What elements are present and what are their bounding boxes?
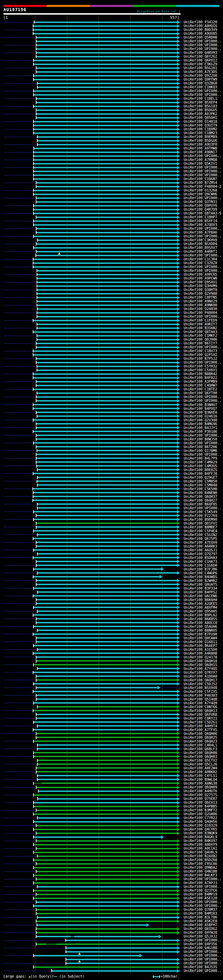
hit-bar[interactable] (36, 584, 177, 585)
hit-label[interactable]: UniRef100_B6KB55 (184, 617, 217, 621)
hit-label[interactable]: UniRef100_Q6QH06 (184, 732, 217, 736)
hit-label[interactable]: UniRef100_Q6QH03 (184, 755, 217, 759)
hit-bar[interactable] (36, 825, 177, 826)
hit-label[interactable]: UniRef100_C1FED9 (184, 318, 217, 322)
hit-label[interactable]: UniRef100_C5X6V1 (184, 368, 217, 372)
hit-bar[interactable] (36, 381, 177, 382)
hit-label[interactable]: UniRef100_Q5RDH8 (184, 35, 217, 39)
hit-label[interactable]: UniRef100_A4RRT1 (184, 250, 217, 253)
hit-bar[interactable] (36, 522, 177, 524)
hit-bar[interactable] (36, 243, 177, 245)
hit-label[interactable]: UniRef100_A9NX29 (184, 299, 217, 303)
hit-bar[interactable] (37, 572, 177, 574)
hit-label[interactable]: UniRef100_B8MBE7 (184, 525, 217, 529)
hit-label[interactable]: UniRef100_B3S6N2 (184, 326, 217, 330)
hit-bar[interactable] (36, 863, 177, 865)
hit-label[interactable]: UniRef100_B5DZ68 (184, 858, 217, 862)
hit-label[interactable]: UniRef100_Q5I4Q8 (184, 697, 217, 701)
hit-label[interactable]: UniRef100_C1BM23 (184, 131, 217, 135)
hit-bar[interactable] (36, 894, 177, 895)
hit-label[interactable]: UniRef100_C1BHP7 (184, 215, 217, 219)
hit-bar[interactable] (33, 350, 177, 352)
hit-label[interactable]: UniRef100_C0NT66 (184, 705, 217, 709)
hit-label[interactable]: UniRef100_C1BU73 (184, 349, 217, 353)
hit-bar[interactable] (34, 875, 177, 876)
hit-bar[interactable] (36, 660, 177, 662)
hit-bar[interactable] (37, 282, 177, 283)
hit-label[interactable]: UniRef100_B5DGU5 (184, 108, 217, 112)
hit-bar[interactable] (37, 297, 177, 298)
hit-bar[interactable] (37, 240, 177, 241)
hit-bar[interactable] (39, 791, 177, 792)
hit-bar[interactable] (66, 959, 177, 960)
hit-bar[interactable] (37, 335, 177, 337)
hit-label[interactable]: UniRef100_B7ZMS4 (184, 181, 217, 185)
hit-bar[interactable] (36, 737, 177, 738)
hit-bar[interactable] (37, 339, 177, 340)
hit-label[interactable]: UniRef100_A8HQI6 (184, 24, 217, 28)
hit-bar[interactable] (33, 408, 177, 409)
hit-bar[interactable] (34, 607, 177, 608)
hit-bar[interactable] (33, 652, 177, 654)
hit-label[interactable]: UniRef100_P48004 (184, 311, 217, 315)
hit-label[interactable]: UniRef100_A1C5D0 (184, 648, 217, 651)
hit-bar[interactable] (36, 412, 177, 413)
hit-label[interactable]: UniRef100_A6RRK3 (184, 544, 217, 548)
hit-label[interactable]: UniRef100_C1BKQ3 (184, 85, 217, 89)
hit-bar[interactable] (36, 423, 177, 425)
hit-bar[interactable] (36, 932, 177, 934)
hit-bar[interactable] (34, 740, 177, 742)
hit-label[interactable]: UniRef100_Q24178 (184, 655, 217, 659)
hit-bar[interactable] (33, 729, 177, 730)
hit-bar[interactable] (36, 848, 177, 849)
hit-bar[interactable] (33, 473, 177, 474)
hit-bar[interactable] (33, 33, 177, 34)
hit-label[interactable]: UniRef100_P48004-2 (184, 185, 221, 188)
hit-label[interactable]: UniRef100_C3KHV0 (184, 238, 217, 242)
hit-bar[interactable] (36, 52, 177, 54)
hit-bar[interactable] (34, 209, 177, 210)
hit-bar[interactable] (34, 683, 177, 684)
hit-label[interactable]: UniRef100_B7FU90 (184, 632, 217, 636)
hit-label[interactable]: UniRef100_UPI000.. (184, 969, 221, 973)
hit-bar[interactable] (34, 587, 177, 589)
hit-label[interactable]: UniRef100_B4PPS2 (184, 590, 217, 594)
hit-bar[interactable] (34, 121, 177, 123)
hit-label[interactable]: UniRef100_C1MKF2 (184, 334, 217, 337)
hit-label[interactable]: UniRef100_Q4CYK5 (184, 827, 217, 831)
hit-bar[interactable] (33, 377, 177, 379)
hit-bar[interactable] (66, 951, 177, 953)
hit-bar[interactable] (38, 798, 177, 800)
hit-bar[interactable] (34, 721, 177, 723)
hit-label[interactable]: UniRef100_A7Y4Q5 (184, 667, 217, 671)
hit-bar[interactable] (34, 905, 177, 907)
hit-bar[interactable] (36, 45, 177, 46)
hit-label[interactable]: UniRef100_B6TIY7 (184, 341, 217, 345)
hit-bar[interactable] (37, 507, 177, 509)
hit-label[interactable]: UniRef100_C4WUP6 (184, 571, 217, 575)
hit-bar[interactable] (33, 710, 177, 711)
hit-label[interactable]: UniRef100_B4M1R3 (184, 912, 217, 915)
hit-label[interactable]: UniRef100_C4YLS1 (184, 774, 217, 778)
hit-bar[interactable] (34, 442, 177, 444)
hit-label[interactable]: UniRef100_Q3HVM9 (184, 284, 217, 288)
hit-label[interactable]: UniRef100_A5BFH7 (184, 923, 217, 927)
hit-bar[interactable] (37, 136, 177, 138)
hit-label[interactable]: UniRef100_UPI000.. (184, 39, 221, 43)
hit-label[interactable]: UniRef100_A7TFX5 (184, 728, 217, 732)
hit-label[interactable]: UniRef100_O24030 (184, 307, 217, 311)
hit-bar[interactable] (51, 970, 177, 972)
hit-bar[interactable] (33, 492, 177, 493)
hit-label[interactable]: UniRef100_B4KU97 (184, 839, 217, 843)
hit-bar[interactable] (37, 760, 177, 761)
hit-label[interactable]: UniRef100_C9SCA6 (184, 862, 217, 865)
hit-bar[interactable] (37, 293, 177, 294)
hit-label[interactable]: UniRef100_B9SXV7 (184, 246, 217, 250)
hit-label[interactable]: UniRef100_C1BGN7 (184, 177, 217, 181)
hit-label[interactable]: UniRef100_UPI000.. (184, 89, 221, 93)
hit-label[interactable]: UniRef100_UPI000.. (184, 885, 221, 889)
hit-label[interactable]: UniRef100_A0DXY9 (184, 843, 217, 846)
hit-bar[interactable] (36, 48, 177, 50)
hit-label[interactable]: UniRef100_B6QF85 (184, 502, 217, 506)
hit-label[interactable]: UniRef100_Q5JXJ2 (184, 934, 217, 938)
